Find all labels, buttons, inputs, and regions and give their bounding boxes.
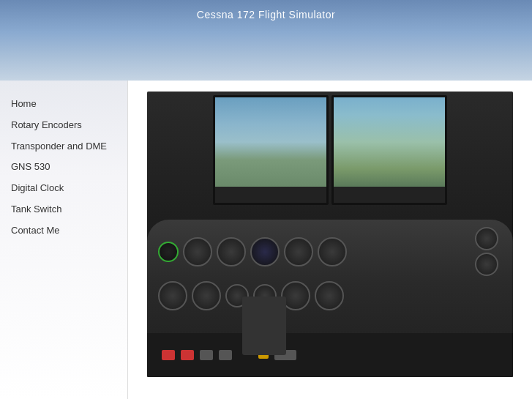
monitor-left <box>213 95 329 205</box>
cockpit-image <box>147 92 513 377</box>
gauge-6 <box>318 237 347 266</box>
monitor-right <box>331 95 447 205</box>
monitors-area <box>213 92 447 212</box>
page-title: Cessna 172 Flight Simulator <box>197 9 335 20</box>
sidebar-item-rotary-encoders[interactable]: Rotary Encoders <box>11 115 127 136</box>
gauge-2 <box>183 237 212 266</box>
sidebar-item-contact-me[interactable]: Contact Me <box>11 220 127 242</box>
instrument-panel <box>147 220 513 377</box>
main-container: HomeRotary EncodersTransponder and DMEGN… <box>0 81 532 399</box>
sidebar-item-home[interactable]: Home <box>11 94 127 115</box>
gauges-row <box>147 220 513 280</box>
gauge-2-2 <box>192 281 221 310</box>
btn-red-2 <box>181 350 194 360</box>
gauge-r1 <box>475 227 498 250</box>
gauges-row-2 <box>147 280 513 312</box>
gauge-1 <box>158 242 179 262</box>
bottom-panel <box>147 333 513 377</box>
gauge-3 <box>217 237 246 266</box>
gauge-r2 <box>475 253 498 276</box>
right-gauges <box>475 227 498 276</box>
sidebar-item-tank-switch[interactable]: Tank Switch <box>11 199 127 220</box>
monitor-left-base <box>215 187 326 203</box>
sidebar-item-transponder-dme[interactable]: Transponder and DME <box>11 136 127 157</box>
sidebar-item-digital-clock[interactable]: Digital Clock <box>11 178 127 199</box>
throttle-area <box>242 297 286 355</box>
gauge-2-1 <box>158 281 187 310</box>
page-header: Cessna 172 Flight Simulator <box>0 0 532 81</box>
btn-gray-2 <box>219 350 232 360</box>
monitor-left-screen <box>215 97 326 187</box>
gauge-5 <box>284 237 313 266</box>
monitor-right-screen <box>334 97 445 187</box>
btn-red-1 <box>162 350 175 360</box>
gauge-4 <box>250 237 280 266</box>
sidebar: HomeRotary EncodersTransponder and DMEGN… <box>0 81 128 399</box>
sidebar-item-gns-530[interactable]: GNS 530 <box>11 157 127 178</box>
monitor-right-base <box>334 187 445 203</box>
btn-gray-1 <box>200 350 213 360</box>
main-content <box>128 81 532 399</box>
cockpit-background <box>147 92 513 377</box>
gauge-2-6 <box>315 281 344 310</box>
